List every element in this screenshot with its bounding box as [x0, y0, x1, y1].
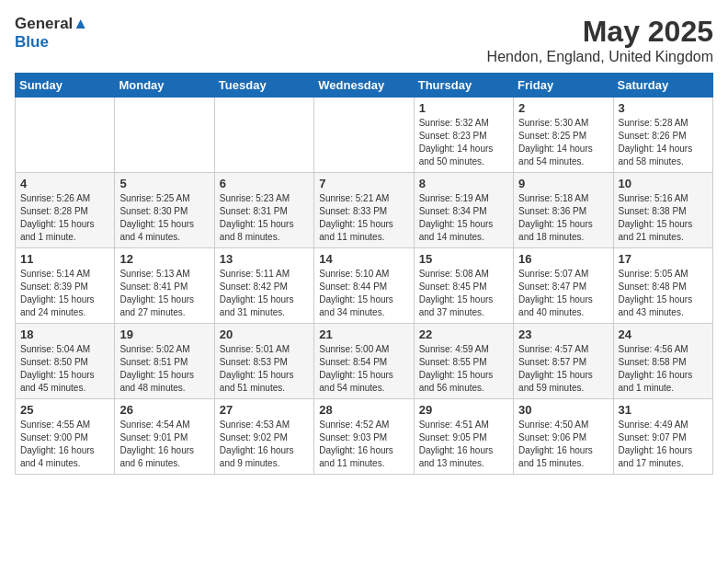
calendar-cell: 11Sunrise: 5:14 AMSunset: 8:39 PMDayligh… [16, 248, 115, 324]
day-info: Sunrise: 5:02 AMSunset: 8:51 PMDaylight:… [119, 343, 209, 395]
calendar-cell [214, 98, 313, 173]
calendar-cell: 5Sunrise: 5:25 AMSunset: 8:30 PMDaylight… [115, 173, 214, 248]
day-info: Sunrise: 5:01 AMSunset: 8:53 PMDaylight:… [220, 343, 309, 395]
day-info: Sunrise: 5:13 AMSunset: 8:41 PMDaylight:… [119, 268, 209, 319]
calendar-cell: 4Sunrise: 5:26 AMSunset: 8:28 PMDaylight… [16, 173, 115, 248]
day-number: 31 [619, 403, 708, 417]
day-info: Sunrise: 4:55 AMSunset: 9:00 PMDaylight:… [20, 419, 109, 470]
day-number: 16 [518, 252, 608, 266]
calendar-cell: 3Sunrise: 5:28 AMSunset: 8:26 PMDaylight… [613, 98, 712, 173]
col-tuesday: Tuesday [214, 74, 313, 98]
col-wednesday: Wednesday [314, 74, 414, 98]
day-info: Sunrise: 5:10 AMSunset: 8:44 PMDaylight:… [319, 268, 408, 319]
day-info: Sunrise: 5:07 AMSunset: 8:47 PMDaylight:… [518, 268, 608, 319]
calendar-cell: 1Sunrise: 5:32 AMSunset: 8:23 PMDaylight… [414, 98, 513, 173]
day-info: Sunrise: 5:18 AMSunset: 8:36 PMDaylight:… [518, 192, 608, 244]
day-number: 28 [319, 403, 408, 417]
day-info: Sunrise: 5:05 AMSunset: 8:48 PMDaylight:… [619, 268, 708, 319]
calendar-cell: 21Sunrise: 5:00 AMSunset: 8:54 PMDayligh… [314, 324, 414, 399]
day-number: 13 [220, 252, 309, 266]
day-info: Sunrise: 5:23 AMSunset: 8:31 PMDaylight:… [220, 192, 309, 244]
day-number: 23 [518, 327, 608, 341]
calendar-cell: 31Sunrise: 4:49 AMSunset: 9:07 PMDayligh… [613, 399, 712, 475]
day-info: Sunrise: 4:50 AMSunset: 9:06 PMDaylight:… [518, 419, 608, 470]
day-number: 20 [220, 327, 309, 341]
calendar-cell: 20Sunrise: 5:01 AMSunset: 8:53 PMDayligh… [214, 324, 313, 399]
calendar-cell: 26Sunrise: 4:54 AMSunset: 9:01 PMDayligh… [115, 399, 214, 475]
day-info: Sunrise: 5:00 AMSunset: 8:54 PMDaylight:… [319, 343, 408, 395]
day-number: 5 [119, 177, 209, 190]
calendar-cell: 22Sunrise: 4:59 AMSunset: 8:55 PMDayligh… [414, 324, 513, 399]
col-thursday: Thursday [414, 74, 513, 98]
calendar-week-3: 11Sunrise: 5:14 AMSunset: 8:39 PMDayligh… [16, 248, 713, 324]
calendar-cell [16, 98, 115, 173]
calendar-cell: 30Sunrise: 4:50 AMSunset: 9:06 PMDayligh… [514, 399, 613, 475]
day-info: Sunrise: 5:16 AMSunset: 8:38 PMDaylight:… [619, 192, 708, 244]
calendar-cell: 18Sunrise: 5:04 AMSunset: 8:50 PMDayligh… [16, 324, 115, 399]
location: Hendon, England, United Kingdom [487, 49, 713, 65]
calendar-cell: 9Sunrise: 5:18 AMSunset: 8:36 PMDaylight… [514, 173, 613, 248]
day-number: 21 [319, 327, 408, 341]
calendar-cell: 29Sunrise: 4:51 AMSunset: 9:05 PMDayligh… [414, 399, 513, 475]
day-number: 10 [619, 177, 708, 190]
day-number: 3 [619, 101, 708, 115]
day-info: Sunrise: 4:52 AMSunset: 9:03 PMDaylight:… [319, 419, 408, 470]
weekday-row: Sunday Monday Tuesday Wednesday Thursday… [16, 74, 713, 98]
calendar-cell [314, 98, 414, 173]
logo: General▲ Blue [15, 15, 88, 52]
calendar-cell: 7Sunrise: 5:21 AMSunset: 8:33 PMDaylight… [314, 173, 414, 248]
day-info: Sunrise: 5:19 AMSunset: 8:34 PMDaylight:… [419, 192, 508, 244]
day-info: Sunrise: 5:30 AMSunset: 8:25 PMDaylight:… [518, 117, 608, 168]
day-number: 14 [319, 252, 408, 266]
day-number: 17 [619, 252, 708, 266]
calendar-cell: 10Sunrise: 5:16 AMSunset: 8:38 PMDayligh… [613, 173, 712, 248]
calendar-cell: 19Sunrise: 5:02 AMSunset: 8:51 PMDayligh… [115, 324, 214, 399]
day-info: Sunrise: 4:51 AMSunset: 9:05 PMDaylight:… [419, 419, 508, 470]
calendar-cell: 23Sunrise: 4:57 AMSunset: 8:57 PMDayligh… [514, 324, 613, 399]
day-number: 27 [220, 403, 309, 417]
day-info: Sunrise: 5:08 AMSunset: 8:45 PMDaylight:… [419, 268, 508, 319]
day-number: 30 [518, 403, 608, 417]
calendar-cell: 6Sunrise: 5:23 AMSunset: 8:31 PMDaylight… [214, 173, 313, 248]
day-number: 24 [619, 327, 708, 341]
col-friday: Friday [514, 74, 613, 98]
page-container: General▲ Blue May 2025 Hendon, England, … [0, 0, 728, 482]
day-number: 2 [518, 101, 608, 115]
day-number: 15 [419, 252, 508, 266]
day-number: 29 [419, 403, 508, 417]
calendar-cell: 12Sunrise: 5:13 AMSunset: 8:41 PMDayligh… [115, 248, 214, 324]
col-sunday: Sunday [16, 74, 115, 98]
logo-triangle-icon: ▲ [73, 15, 88, 32]
day-info: Sunrise: 5:21 AMSunset: 8:33 PMDaylight:… [319, 192, 408, 244]
calendar-header: Sunday Monday Tuesday Wednesday Thursday… [16, 74, 713, 98]
calendar-cell: 16Sunrise: 5:07 AMSunset: 8:47 PMDayligh… [514, 248, 613, 324]
day-info: Sunrise: 4:57 AMSunset: 8:57 PMDaylight:… [518, 343, 608, 395]
calendar-cell [115, 98, 214, 173]
calendar-cell: 24Sunrise: 4:56 AMSunset: 8:58 PMDayligh… [613, 324, 712, 399]
day-number: 22 [419, 327, 508, 341]
day-info: Sunrise: 4:56 AMSunset: 8:58 PMDaylight:… [619, 343, 708, 395]
calendar-cell: 17Sunrise: 5:05 AMSunset: 8:48 PMDayligh… [613, 248, 712, 324]
calendar-week-2: 4Sunrise: 5:26 AMSunset: 8:28 PMDaylight… [16, 173, 713, 248]
title-area: May 2025 Hendon, England, United Kingdom [487, 15, 713, 65]
calendar-cell: 13Sunrise: 5:11 AMSunset: 8:42 PMDayligh… [214, 248, 313, 324]
day-number: 6 [220, 177, 309, 190]
calendar-cell: 15Sunrise: 5:08 AMSunset: 8:45 PMDayligh… [414, 248, 513, 324]
calendar-cell: 8Sunrise: 5:19 AMSunset: 8:34 PMDaylight… [414, 173, 513, 248]
col-saturday: Saturday [613, 74, 712, 98]
calendar-cell: 27Sunrise: 4:53 AMSunset: 9:02 PMDayligh… [214, 399, 313, 475]
calendar-cell: 25Sunrise: 4:55 AMSunset: 9:00 PMDayligh… [16, 399, 115, 475]
col-monday: Monday [115, 74, 214, 98]
logo-general: General▲ [15, 15, 88, 33]
day-number: 11 [20, 252, 109, 266]
calendar-cell: 28Sunrise: 4:52 AMSunset: 9:03 PMDayligh… [314, 399, 414, 475]
day-number: 19 [119, 327, 209, 341]
day-number: 7 [319, 177, 408, 190]
page-header: General▲ Blue May 2025 Hendon, England, … [15, 15, 713, 65]
day-info: Sunrise: 4:53 AMSunset: 9:02 PMDaylight:… [220, 419, 309, 470]
day-info: Sunrise: 5:11 AMSunset: 8:42 PMDaylight:… [220, 268, 309, 319]
day-info: Sunrise: 5:25 AMSunset: 8:30 PMDaylight:… [119, 192, 209, 244]
day-info: Sunrise: 4:54 AMSunset: 9:01 PMDaylight:… [119, 419, 209, 470]
calendar-cell: 2Sunrise: 5:30 AMSunset: 8:25 PMDaylight… [514, 98, 613, 173]
day-info: Sunrise: 5:14 AMSunset: 8:39 PMDaylight:… [20, 268, 109, 319]
